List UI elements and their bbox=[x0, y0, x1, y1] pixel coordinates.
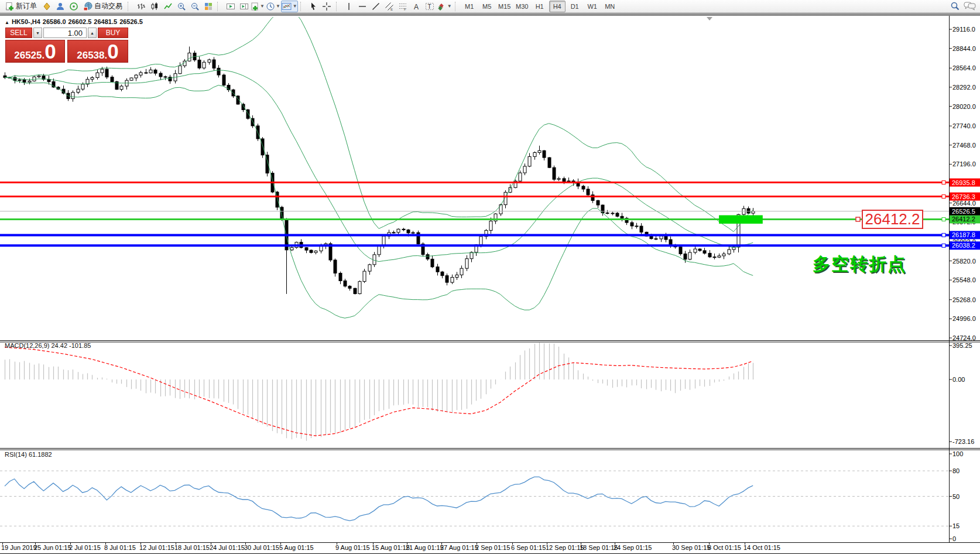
candle-body bbox=[606, 213, 609, 213]
price-tick-label: 27468.0 bbox=[952, 142, 976, 149]
candle-body bbox=[679, 247, 682, 254]
new-order-button[interactable]: 新订单 bbox=[2, 1, 40, 12]
line-anchor[interactable] bbox=[942, 195, 945, 199]
toolbar-separator bbox=[128, 2, 132, 11]
candle-body bbox=[747, 208, 750, 213]
sell-price-button[interactable]: 26525.0 bbox=[5, 40, 65, 63]
time-label: 30 Sep 01:15 bbox=[672, 544, 710, 551]
timeframe-button-m30[interactable]: M30 bbox=[514, 1, 530, 12]
templates-button[interactable]: ▼ bbox=[281, 1, 298, 12]
time-label: 5 Aug 01:15 bbox=[279, 544, 314, 551]
candle-body bbox=[407, 230, 410, 232]
volume-increase-button[interactable]: ▲ bbox=[88, 28, 97, 38]
signals-button[interactable] bbox=[67, 1, 80, 12]
buy-button[interactable]: BUY bbox=[98, 28, 128, 38]
candlestick-chart-button[interactable] bbox=[148, 1, 161, 12]
price-tick-label: 28564.0 bbox=[952, 64, 976, 71]
trendline-button[interactable] bbox=[369, 1, 383, 12]
timeframe-button-m15[interactable]: M15 bbox=[496, 1, 513, 12]
candle-body bbox=[451, 278, 454, 283]
candle-body bbox=[611, 213, 614, 214]
timeframe-button-d1[interactable]: D1 bbox=[567, 1, 583, 12]
autotrading-button[interactable]: 自动交易 bbox=[80, 1, 125, 12]
arrows-button[interactable]: ▼ bbox=[437, 1, 453, 12]
candle-body bbox=[198, 60, 201, 68]
tile-windows-button[interactable] bbox=[201, 1, 215, 12]
timeframe-button-h1[interactable]: H1 bbox=[532, 1, 548, 12]
chart-canvas[interactable]: 29116.028844.028564.028292.028020.027740… bbox=[0, 0, 980, 554]
chart-shift-marker[interactable] bbox=[707, 17, 712, 20]
sell-price-frac: 0 bbox=[44, 41, 56, 62]
line-anchor[interactable] bbox=[942, 217, 945, 221]
equidistant-channel-icon: E bbox=[385, 2, 394, 11]
candle-body bbox=[718, 256, 721, 257]
chart-profile-button[interactable] bbox=[40, 1, 53, 12]
price-tick-label: 29116.0 bbox=[952, 26, 975, 33]
zoom-in-button[interactable] bbox=[174, 1, 188, 12]
collapse-arrow-icon[interactable]: ▲ bbox=[5, 20, 9, 25]
vertical-line-button[interactable] bbox=[342, 1, 356, 12]
chat-icon[interactable] bbox=[964, 1, 976, 11]
equidistant-channel-button[interactable]: E bbox=[383, 1, 396, 12]
rsi-axis-label: 50 bbox=[952, 493, 960, 500]
line-chart-button[interactable] bbox=[161, 1, 174, 12]
candle-body bbox=[23, 80, 26, 82]
volume-decrease-button[interactable]: ▼ bbox=[33, 28, 42, 38]
candle-body bbox=[436, 267, 439, 272]
timeframe-button-w1[interactable]: W1 bbox=[584, 1, 601, 12]
toolbar-separator bbox=[217, 2, 222, 11]
candle-body bbox=[698, 249, 701, 251]
template-icon bbox=[282, 2, 292, 11]
level-price-label[interactable]: 26412.2 bbox=[862, 210, 923, 229]
svg-text:A: A bbox=[414, 2, 419, 11]
timeframe-button-mn[interactable]: MN bbox=[602, 1, 618, 12]
candle-body bbox=[631, 223, 633, 226]
candle-body bbox=[694, 249, 697, 252]
add-indicator-button[interactable]: ▼ bbox=[251, 1, 265, 12]
time-label: 2 Sep 01:15 bbox=[475, 544, 510, 551]
time-label: 21 Aug 01:15 bbox=[406, 544, 444, 551]
bar-chart-button[interactable] bbox=[134, 1, 148, 12]
timeframe-toolbar: M1M5M15M30H1H4D1W1MN bbox=[461, 1, 618, 12]
text-label-button[interactable]: T bbox=[423, 1, 437, 12]
search-icon[interactable] bbox=[950, 1, 960, 11]
timeframe-button-h4[interactable]: H4 bbox=[549, 1, 566, 12]
candle-body bbox=[290, 248, 293, 250]
timeframe-button-m5[interactable]: M5 bbox=[479, 1, 495, 12]
time-label: 12 Sep 01:15 bbox=[546, 544, 584, 551]
line-anchor[interactable] bbox=[942, 244, 945, 247]
zoom-out-button[interactable] bbox=[188, 1, 201, 12]
text-button[interactable]: A bbox=[410, 1, 423, 12]
turning-point-annotation[interactable]: 多空转折点 bbox=[813, 252, 906, 276]
price-tick-label: 25548.0 bbox=[952, 276, 976, 283]
buy-price-button[interactable]: 26538.0 bbox=[67, 40, 128, 63]
label-anchor[interactable] bbox=[856, 217, 860, 221]
svg-text:E: E bbox=[390, 8, 393, 11]
cursor-button[interactable] bbox=[307, 1, 320, 12]
candle-body bbox=[640, 226, 643, 232]
market-button[interactable] bbox=[53, 1, 67, 12]
candle-body bbox=[354, 288, 357, 293]
timeframe-button-m1[interactable]: M1 bbox=[461, 1, 478, 12]
crosshair-button[interactable] bbox=[320, 1, 334, 12]
line-anchor[interactable] bbox=[942, 233, 945, 237]
candle-body bbox=[261, 139, 264, 155]
candle-body bbox=[135, 75, 138, 78]
highlight-zone-rect[interactable] bbox=[719, 216, 763, 224]
sell-button[interactable]: SELL bbox=[5, 28, 32, 38]
macd-pane bbox=[5, 342, 753, 441]
volume-input[interactable]: 1.00 bbox=[43, 28, 87, 38]
time-label: 24 Jul 01:15 bbox=[210, 544, 245, 551]
horizontal-line-button[interactable] bbox=[356, 1, 369, 12]
time-label: 18 Sep 01:15 bbox=[580, 544, 618, 551]
price-tick-label: 28844.0 bbox=[952, 45, 976, 52]
fibonacci-button[interactable]: F bbox=[396, 1, 410, 12]
candle-body bbox=[402, 229, 405, 230]
auto-scroll-button[interactable] bbox=[224, 1, 237, 12]
candle-body bbox=[305, 248, 308, 250]
chart-shift-button[interactable] bbox=[237, 1, 251, 12]
add-indicator-icon bbox=[251, 2, 259, 11]
line-anchor[interactable] bbox=[942, 181, 945, 184]
autotrading-icon bbox=[83, 2, 92, 11]
periods-button[interactable]: ▼ bbox=[265, 1, 281, 12]
